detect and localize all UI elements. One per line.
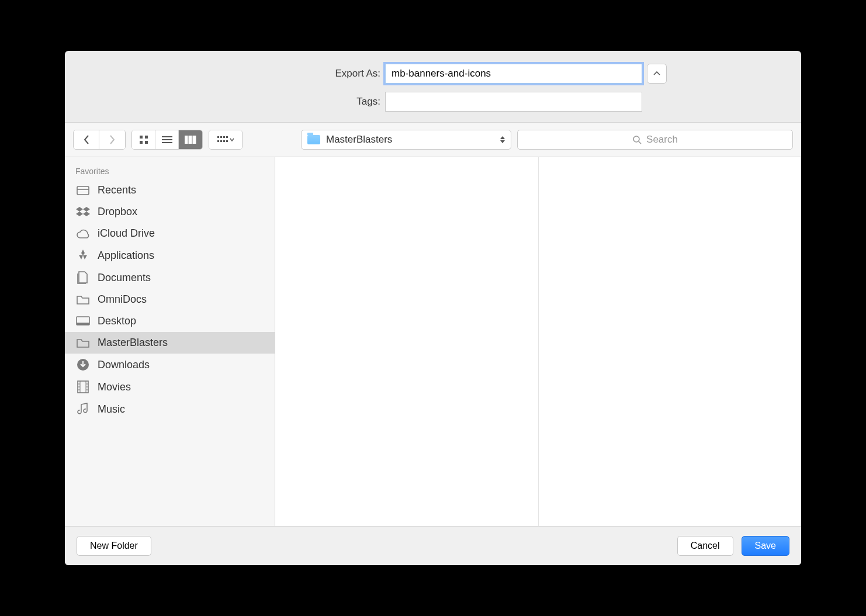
- save-dialog: Export As: Tags:: [65, 51, 801, 565]
- back-button[interactable]: [74, 130, 99, 149]
- svg-rect-15: [220, 140, 222, 142]
- recents-icon: [75, 185, 91, 196]
- svg-line-19: [639, 141, 641, 144]
- svg-rect-12: [223, 136, 225, 138]
- columns-area: [275, 157, 801, 526]
- sidebar: Favorites RecentsDropboxiCloud DriveAppl…: [65, 157, 275, 526]
- search-field[interactable]: Search: [517, 130, 793, 150]
- svg-rect-17: [226, 140, 228, 142]
- svg-rect-9: [193, 136, 196, 144]
- sidebar-item-dropbox[interactable]: Dropbox: [65, 201, 275, 223]
- sidebar-item-label: iCloud Drive: [98, 227, 155, 240]
- sidebar-item-label: Desktop: [98, 315, 136, 327]
- columns-icon: [185, 136, 196, 144]
- svg-rect-10: [217, 136, 219, 138]
- view-columns-button[interactable]: [179, 130, 202, 149]
- movies-icon: [75, 380, 91, 393]
- group-icon: [217, 136, 234, 144]
- music-icon: [75, 403, 91, 416]
- view-segment: [131, 130, 203, 150]
- desktop-icon: [75, 316, 91, 327]
- updown-icon: [500, 136, 505, 143]
- folder-icon: [307, 135, 320, 144]
- sidebar-item-label: Movies: [98, 381, 131, 393]
- search-placeholder: Search: [646, 134, 678, 146]
- sidebar-item-label: Music: [98, 403, 125, 416]
- sidebar-item-documents[interactable]: Documents: [65, 267, 275, 289]
- save-button[interactable]: Save: [742, 536, 789, 556]
- toolbar: MasterBlasters Search: [65, 123, 801, 157]
- svg-rect-0: [140, 136, 143, 139]
- list-icon: [162, 136, 172, 144]
- svg-rect-16: [223, 140, 225, 142]
- sidebar-item-masterblasters[interactable]: MasterBlasters: [65, 332, 275, 354]
- svg-rect-2: [140, 141, 143, 144]
- svg-rect-23: [77, 323, 89, 325]
- file-browser: Favorites RecentsDropboxiCloud DriveAppl…: [65, 157, 801, 526]
- filename-input[interactable]: [385, 64, 642, 84]
- nav-segment: [73, 130, 126, 150]
- svg-rect-11: [220, 136, 222, 138]
- svg-rect-14: [217, 140, 219, 142]
- sidebar-item-downloads[interactable]: Downloads: [65, 354, 275, 376]
- sidebar-item-label: Dropbox: [98, 206, 137, 218]
- sidebar-heading: Favorites: [65, 162, 275, 179]
- dropbox-icon: [75, 206, 91, 218]
- grid-icon: [139, 135, 148, 144]
- column-1[interactable]: [275, 157, 539, 526]
- svg-rect-13: [226, 136, 228, 138]
- sidebar-item-label: MasterBlasters: [98, 337, 168, 349]
- folder-popup[interactable]: MasterBlasters: [301, 130, 511, 150]
- svg-rect-7: [185, 136, 188, 144]
- sidebar-item-applications[interactable]: Applications: [65, 244, 275, 267]
- search-icon: [632, 135, 642, 144]
- column-2[interactable]: [539, 157, 802, 526]
- svg-rect-20: [77, 186, 89, 195]
- sidebar-item-omnidocs[interactable]: OmniDocs: [65, 289, 275, 310]
- group-by-button[interactable]: [209, 130, 242, 149]
- sidebar-item-label: Applications: [98, 250, 154, 262]
- folder-icon: [75, 338, 91, 348]
- sidebar-item-music[interactable]: Music: [65, 398, 275, 420]
- sidebar-item-recents[interactable]: Recents: [65, 179, 275, 201]
- view-icons-button[interactable]: [132, 130, 155, 149]
- applications-icon: [75, 249, 91, 262]
- folder-icon: [75, 295, 91, 305]
- cancel-button[interactable]: Cancel: [677, 536, 733, 556]
- svg-point-18: [633, 136, 639, 142]
- dialog-header: Export As: Tags:: [65, 51, 801, 123]
- sidebar-item-icloud-drive[interactable]: iCloud Drive: [65, 223, 275, 244]
- chevron-up-icon: [653, 71, 660, 76]
- tags-row: Tags:: [65, 92, 801, 112]
- export-as-row: Export As:: [65, 64, 801, 84]
- dialog-footer: New Folder Cancel Save: [65, 526, 801, 565]
- sidebar-item-label: OmniDocs: [98, 293, 147, 306]
- documents-icon: [75, 271, 91, 284]
- icloud-icon: [75, 229, 91, 239]
- sidebar-item-label: Documents: [98, 272, 151, 284]
- svg-rect-8: [189, 136, 192, 144]
- tags-label: Tags:: [199, 96, 380, 108]
- group-segment: [209, 130, 243, 150]
- forward-button[interactable]: [99, 130, 125, 149]
- svg-rect-1: [145, 136, 148, 139]
- current-folder-label: MasterBlasters: [326, 134, 392, 146]
- sidebar-item-label: Downloads: [98, 359, 150, 371]
- sidebar-item-movies[interactable]: Movies: [65, 376, 275, 398]
- sidebar-item-desktop[interactable]: Desktop: [65, 310, 275, 332]
- export-as-label: Export As:: [199, 68, 380, 79]
- collapse-button[interactable]: [647, 64, 667, 84]
- view-list-button[interactable]: [155, 130, 179, 149]
- sidebar-item-label: Recents: [98, 184, 136, 196]
- svg-rect-3: [145, 141, 148, 144]
- tags-input[interactable]: [385, 92, 642, 112]
- downloads-icon: [75, 358, 91, 371]
- chevron-right-icon: [109, 135, 115, 144]
- new-folder-button[interactable]: New Folder: [77, 536, 151, 556]
- chevron-left-icon: [84, 135, 89, 144]
